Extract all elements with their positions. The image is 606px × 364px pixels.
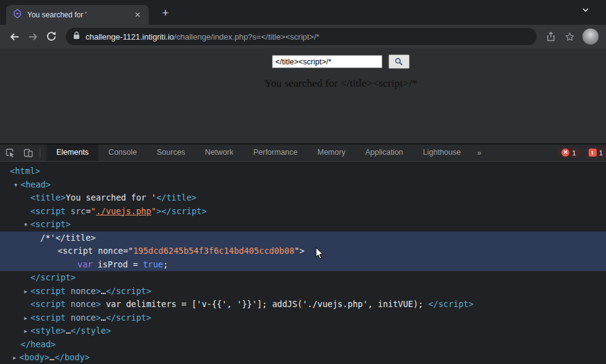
inspect-element-icon[interactable]	[0, 144, 19, 162]
code-token: true	[143, 259, 164, 269]
chevron-down-icon[interactable]	[581, 6, 590, 17]
toolbar-divider	[40, 148, 40, 158]
share-icon[interactable]	[542, 27, 560, 46]
url-path: /challenge/index.php?s=</title><script>/…	[174, 32, 320, 41]
collapse-arrow-icon[interactable]: ▾	[12, 178, 20, 192]
dom-tree-row[interactable]: <script nonce> var delimiters = ['v-{{',…	[0, 298, 606, 311]
dom-tree-row[interactable]: ▸<style>…</style>	[0, 324, 606, 338]
code-token: </style>	[71, 326, 111, 336]
forward-button[interactable]	[24, 27, 42, 46]
code-token: nonce	[66, 286, 96, 296]
devtools-tab-application[interactable]: Application	[355, 144, 413, 162]
code-token: </head>	[20, 339, 56, 349]
devtools-tabbar-tabs: ElementsConsoleSourcesNetworkPerformance…	[46, 144, 471, 162]
code-token: </body>	[55, 352, 90, 362]
new-tab-button[interactable]: +	[157, 6, 173, 22]
code-token: <body>	[19, 352, 50, 362]
error-count: 1	[572, 149, 576, 157]
devtools-tab-elements[interactable]: Elements	[46, 144, 99, 162]
code-token: /*'</title>	[40, 233, 95, 243]
tab-title: You searched for '	[27, 11, 133, 19]
reload-button[interactable]	[42, 27, 61, 46]
devtools-panel: ElementsConsoleSourcesNetworkPerformance…	[0, 144, 606, 364]
code-token: nonce	[66, 299, 96, 309]
issues-badge[interactable]: ! 1	[584, 147, 606, 158]
issues-icon: !	[589, 149, 597, 157]
browser-tab[interactable]: You searched for ' ✕	[6, 5, 149, 25]
code-token: =	[86, 206, 90, 216]
code-token: <script nonce="	[58, 246, 133, 256]
page-content: You searched for </title><script>/*	[0, 48, 606, 144]
devtools-tab-memory[interactable]: Memory	[307, 144, 355, 162]
expand-arrow-icon[interactable]: ▸	[22, 311, 30, 325]
devtools-tab-network[interactable]: Network	[195, 144, 244, 162]
code-token: isProd =	[92, 259, 143, 269]
more-tabs-icon[interactable]: »	[471, 144, 488, 162]
code-token: "	[91, 206, 96, 216]
code-token: </script>	[106, 313, 151, 323]
dom-tree-row[interactable]: </head>	[0, 338, 606, 352]
expand-arrow-icon[interactable]: ▸	[22, 285, 30, 298]
devtools-tab-sources[interactable]: Sources	[147, 144, 195, 162]
tab-close-icon[interactable]: ✕	[133, 11, 143, 19]
code-token: var	[77, 259, 92, 269]
back-button[interactable]	[5, 27, 24, 46]
search-button[interactable]	[389, 54, 410, 69]
dom-tree-row[interactable]: ▸<script nonce>…</script>	[0, 311, 606, 325]
code-token: >	[96, 299, 101, 309]
dom-tree-row[interactable]: <script src="./vuejs.php"></script>	[0, 205, 606, 219]
code-token: >	[96, 313, 101, 323]
dom-tree-row[interactable]: <html>	[0, 165, 606, 178]
code-token: ">	[294, 246, 304, 256]
bookmark-star-icon[interactable]	[560, 27, 579, 46]
lock-icon	[73, 31, 80, 42]
browser-toolbar: challenge-1121.intigriti.io/challenge/in…	[0, 25, 606, 48]
code-token: <html>	[10, 166, 40, 176]
dom-tree-row[interactable]: <script nonce="195dcd6245b54f3f6c14bd405…	[0, 245, 606, 258]
search-form	[38, 54, 606, 69]
dom-tree-row[interactable]: /*'</title>	[0, 232, 606, 245]
code-token: You searched for '	[66, 193, 156, 202]
code-token: <script	[30, 286, 66, 296]
profile-avatar[interactable]	[582, 28, 599, 45]
dom-tree-row[interactable]: <title>You searched for '</title>	[0, 191, 606, 205]
code-token: <script	[30, 299, 66, 309]
code-token: nonce	[66, 313, 96, 323]
collapse-arrow-icon[interactable]: ▾	[22, 218, 30, 232]
console-error-badge[interactable]: ✕ 1	[557, 147, 580, 158]
device-toolbar-icon[interactable]	[19, 144, 37, 162]
dom-tree-row[interactable]: ▾<script>	[0, 218, 606, 232]
code-token: …	[50, 352, 55, 362]
browser-window: You searched for ' ✕ +	[0, 0, 606, 364]
code-token: >	[96, 286, 101, 296]
code-token: <script	[30, 313, 66, 323]
search-input[interactable]	[272, 55, 382, 68]
magnifier-icon	[395, 58, 403, 66]
dom-tree-row[interactable]: </script>	[0, 271, 606, 285]
code-token: <style>	[30, 326, 66, 336]
tab-strip: You searched for ' ✕ +	[0, 0, 606, 25]
devtools-tab-performance[interactable]: Performance	[244, 144, 308, 162]
code-token: </script>	[106, 286, 151, 296]
dom-tree-row[interactable]: ▸<script nonce>…</script>	[0, 285, 606, 298]
devtools-toolbar: ElementsConsoleSourcesNetworkPerformance…	[0, 144, 606, 162]
site-favicon-icon	[12, 9, 22, 21]
code-token: 195dcd6245b54f3f6c14bd405ccd0b08	[133, 246, 294, 256]
url-bar[interactable]: challenge-1121.intigriti.io/challenge/in…	[66, 28, 537, 45]
devtools-tab-console[interactable]: Console	[99, 144, 147, 162]
code-token: …	[66, 326, 71, 336]
expand-arrow-icon[interactable]: ▸	[22, 324, 30, 338]
url-text: challenge-1121.intigriti.io/challenge/in…	[86, 32, 319, 41]
code-token: <head>	[20, 180, 51, 189]
code-token: </script>	[161, 206, 206, 216]
devtools-tab-lighthouse[interactable]: Lighthouse	[413, 144, 471, 162]
expand-arrow-icon[interactable]: ▸	[11, 351, 19, 363]
code-token: </script>	[428, 299, 473, 309]
code-token: <script>	[30, 219, 71, 229]
url-domain: challenge-1121.intigriti.io	[86, 32, 174, 41]
dom-tree-row[interactable]: ▾<head>	[0, 178, 606, 192]
code-token: <title>	[30, 193, 66, 202]
dom-tree-row[interactable]: ▸<body>…</body>	[0, 351, 606, 363]
elements-tree: <html>▾<head><title>You searched for '</…	[0, 162, 606, 363]
dom-tree-row[interactable]: var isProd = true;	[0, 258, 606, 272]
